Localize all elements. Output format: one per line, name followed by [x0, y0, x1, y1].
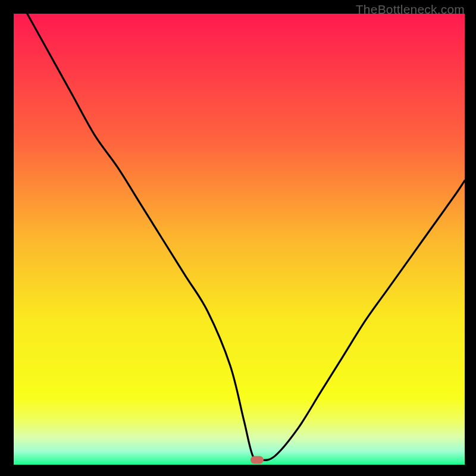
- curve-layer: [14, 14, 465, 465]
- bottleneck-chart: TheBottleneck.com: [0, 0, 476, 476]
- optimal-marker: [250, 456, 264, 464]
- bottleneck-curve: [27, 14, 465, 461]
- plot-area: [14, 14, 465, 465]
